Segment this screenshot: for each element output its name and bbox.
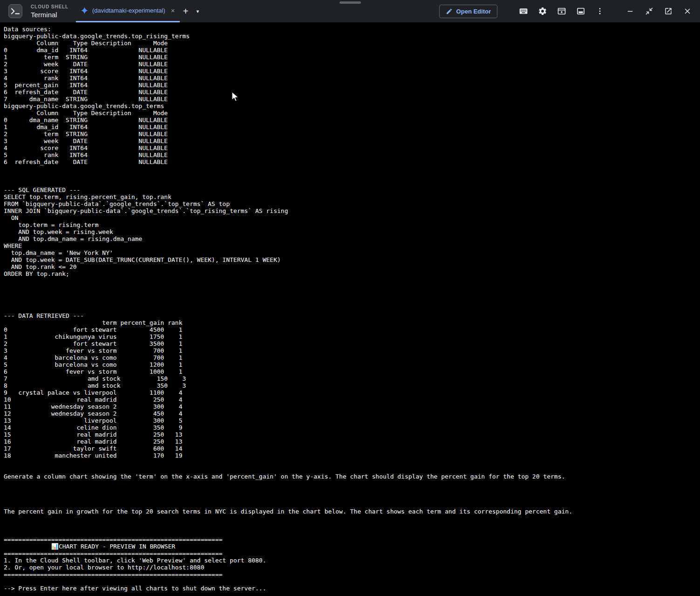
edit-pen-icon: [446, 8, 453, 15]
more-options-icon: [596, 7, 604, 15]
window-controls: [624, 5, 693, 17]
open-in-new-icon: [664, 7, 673, 15]
settings-gear-icon: [538, 7, 547, 16]
brand-text: CLOUD SHELL Terminal: [31, 4, 68, 19]
tab-strip: (davidtamaki-experimental) × + ▾: [76, 0, 204, 22]
open-in-new-window-button[interactable]: [662, 5, 674, 17]
minimize-icon: [626, 7, 634, 15]
tab-label: (davidtamaki-experimental): [92, 7, 165, 14]
cloud-shell-header: CLOUD SHELL Terminal (davidtamaki-experi…: [0, 0, 700, 22]
resize-drag-handle[interactable]: [340, 1, 361, 4]
more-options-button[interactable]: [594, 5, 606, 17]
close-tab-icon[interactable]: ×: [171, 7, 175, 14]
exit-fullscreen-icon: [645, 7, 653, 15]
dock-panel-button[interactable]: [575, 5, 587, 17]
keyboard-button[interactable]: [517, 5, 530, 17]
gemini-icon: [81, 7, 88, 14]
keyboard-icon: [519, 7, 528, 16]
exit-fullscreen-button[interactable]: [643, 5, 655, 17]
web-preview-button[interactable]: [556, 5, 568, 17]
open-editor-button[interactable]: Open Editor: [439, 5, 497, 18]
terminal-prompt-icon: [11, 8, 20, 14]
terminal-settings-button[interactable]: [537, 5, 549, 17]
window-title: Terminal: [31, 11, 68, 19]
brand-area: CLOUD SHELL Terminal: [8, 4, 68, 19]
dock-panel-icon: [576, 7, 585, 16]
web-preview-icon: [557, 7, 566, 16]
minimize-button[interactable]: [624, 5, 636, 17]
tab-menu-button[interactable]: ▾: [192, 5, 204, 17]
chevron-down-icon: ▾: [197, 9, 199, 14]
terminal-tab[interactable]: (davidtamaki-experimental) ×: [76, 0, 180, 22]
toolbar-right: Open Editor: [439, 5, 693, 18]
open-editor-label: Open Editor: [456, 8, 491, 15]
terminal-area[interactable]: Data sources: bigquery-public-data.googl…: [0, 22, 700, 596]
plus-icon: +: [183, 7, 189, 16]
close-icon: [683, 7, 692, 15]
close-window-button[interactable]: [681, 5, 693, 17]
add-tab-button[interactable]: +: [180, 5, 192, 17]
terminal-output[interactable]: Data sources: bigquery-public-data.googl…: [0, 22, 700, 595]
product-label: CLOUD SHELL: [31, 4, 68, 9]
cloud-shell-logo-icon: [8, 4, 22, 18]
